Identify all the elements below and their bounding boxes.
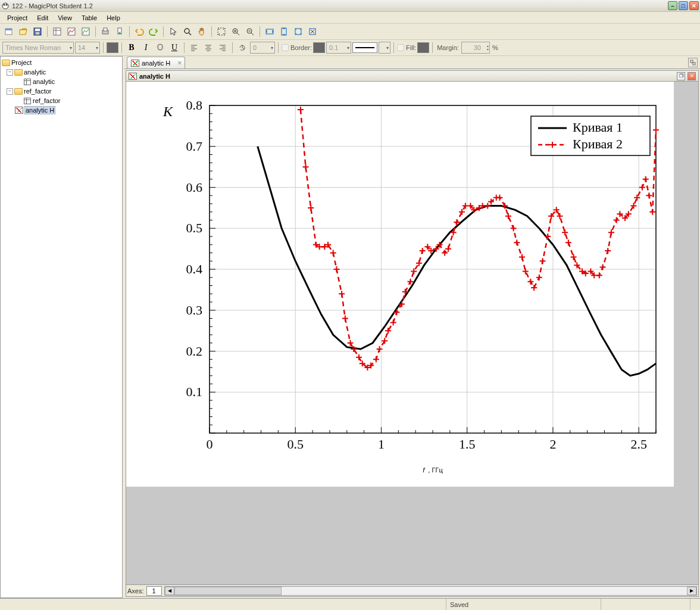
- outline-button[interactable]: O: [154, 41, 167, 54]
- print-button[interactable]: [99, 25, 112, 38]
- document-tabbar: analytic H ✕: [124, 56, 700, 69]
- tree-folder[interactable]: −ref_factor: [2, 86, 121, 96]
- border-checkbox[interactable]: Border:: [282, 44, 312, 51]
- new-plot-button[interactable]: [65, 25, 78, 38]
- line-style-drop[interactable]: [379, 42, 390, 54]
- chart: 00.511.522.50.10.20.30.40.50.60.70.8f , …: [126, 82, 674, 487]
- menu-edit[interactable]: Edit: [32, 13, 53, 23]
- new-fit-button[interactable]: [79, 25, 92, 38]
- redo-button[interactable]: [147, 25, 160, 38]
- menu-project[interactable]: Project: [2, 13, 32, 23]
- axes-spinner[interactable]: [146, 586, 162, 596]
- subwindow-title: analytic H: [139, 73, 674, 80]
- pointer-tool[interactable]: [167, 25, 180, 38]
- align-left-button[interactable]: [188, 41, 201, 54]
- scroll-right-arrow[interactable]: ▶: [687, 587, 696, 595]
- svg-rect-14: [104, 28, 107, 31]
- svg-text:0.2: 0.2: [186, 344, 203, 359]
- undo-button[interactable]: [133, 25, 146, 38]
- zoom-out-button[interactable]: [243, 25, 257, 38]
- svg-text:f , ГГц: f , ГГц: [423, 460, 443, 475]
- line-style-select[interactable]: [352, 42, 377, 53]
- svg-text:Кривая 2: Кривая 2: [573, 136, 623, 151]
- fill-color-button[interactable]: [417, 42, 429, 53]
- scale-reset-button[interactable]: [306, 25, 319, 38]
- horizontal-scrollbar[interactable]: ◀ ▶: [164, 586, 697, 596]
- margin-spinner[interactable]: 30: [461, 42, 490, 54]
- axes-label: Axes:: [127, 587, 144, 595]
- scroll-thumb[interactable]: [174, 587, 282, 595]
- close-button[interactable]: ✕: [689, 1, 699, 10]
- svg-point-1: [4, 4, 5, 5]
- svg-line-25: [251, 33, 254, 35]
- scroll-left-arrow[interactable]: ◀: [165, 587, 174, 595]
- plot-scroll-area[interactable]: 00.511.522.50.10.20.30.40.50.60.70.8f , …: [126, 82, 698, 584]
- window-titlebar: 122 - MagicPlot Student 1.2 – □ ✕: [0, 0, 700, 12]
- subwindow-close-button[interactable]: ✕: [688, 72, 696, 80]
- tree-root[interactable]: Project: [2, 58, 121, 67]
- tab-close-icon[interactable]: ✕: [177, 60, 182, 66]
- bold-button[interactable]: B: [125, 41, 138, 54]
- underline-button[interactable]: U: [168, 41, 181, 54]
- svg-rect-6: [35, 29, 40, 31]
- svg-line-17: [189, 33, 191, 35]
- tree-table[interactable]: ref_factor: [2, 96, 121, 105]
- font-size-select[interactable]: 14: [75, 42, 100, 54]
- svg-text:Кривая 1: Кривая 1: [573, 120, 623, 135]
- menu-help[interactable]: Help: [102, 13, 125, 23]
- pan-tool[interactable]: [195, 25, 208, 38]
- tree-plot[interactable]: analytic H: [2, 105, 121, 115]
- export-button[interactable]: [113, 25, 126, 38]
- maximize-button[interactable]: □: [679, 1, 688, 10]
- fill-checkbox[interactable]: Fill:: [397, 44, 416, 51]
- align-right-button[interactable]: [216, 41, 229, 54]
- svg-text:K: K: [162, 104, 174, 119]
- format-toolbar: Times New Roman 14 B I O U 0 Border: 0.1…: [0, 40, 700, 56]
- border-width-select[interactable]: 0.1: [326, 42, 351, 54]
- status-saved: Saved: [446, 599, 601, 610]
- new-project-button[interactable]: [2, 25, 15, 38]
- align-center-button[interactable]: [202, 41, 215, 54]
- subwindow-restore-button[interactable]: ❐: [677, 72, 685, 80]
- project-tree-panel: Project −analytic analytic −ref_factor r…: [0, 56, 123, 598]
- svg-text:0.1: 0.1: [186, 384, 203, 399]
- open-button[interactable]: [17, 25, 30, 38]
- tab-overflow-button[interactable]: [688, 58, 698, 67]
- zoom-tool[interactable]: [181, 25, 194, 38]
- tree-table[interactable]: analytic: [2, 77, 121, 86]
- window-title: 122 - MagicPlot Student 1.2: [12, 2, 668, 10]
- axes-bar: Axes: ◀ ▶: [126, 584, 698, 596]
- scale-both-button[interactable]: [292, 25, 305, 38]
- text-color-button[interactable]: [107, 42, 118, 53]
- scale-x-button[interactable]: [263, 25, 276, 38]
- svg-text:2: 2: [549, 437, 556, 452]
- svg-point-16: [185, 29, 189, 33]
- svg-text:0.3: 0.3: [186, 303, 203, 318]
- menu-table[interactable]: Table: [77, 13, 102, 23]
- svg-rect-45: [693, 63, 695, 65]
- italic-button[interactable]: I: [139, 41, 152, 54]
- rotate-select[interactable]: 0: [250, 42, 275, 54]
- svg-text:1.5: 1.5: [459, 437, 476, 452]
- margin-unit: %: [491, 44, 499, 51]
- svg-text:0.4: 0.4: [186, 262, 203, 276]
- menu-view[interactable]: View: [53, 13, 77, 23]
- tab-analytic-h[interactable]: analytic H ✕: [127, 57, 185, 69]
- font-family-select[interactable]: Times New Roman: [2, 42, 74, 54]
- plot-canvas[interactable]: 00.511.522.50.10.20.30.40.50.60.70.8f , …: [126, 82, 674, 487]
- fit-view-button[interactable]: [215, 25, 228, 38]
- main-toolbar: [0, 24, 700, 40]
- plot-subwindow: analytic H ❐ ✕ 00.511.522.50.10.20.30.40…: [126, 70, 699, 597]
- minimize-button[interactable]: –: [668, 1, 677, 10]
- project-tree[interactable]: Project −analytic analytic −ref_factor r…: [1, 57, 122, 597]
- rotate-button[interactable]: [236, 41, 249, 54]
- save-button[interactable]: [31, 25, 44, 38]
- svg-text:1: 1: [378, 437, 385, 452]
- scale-y-button[interactable]: [277, 25, 290, 38]
- tree-folder[interactable]: −analytic: [2, 67, 121, 77]
- menubar: Project Edit View Table Help: [0, 12, 700, 24]
- new-table-button[interactable]: [51, 25, 64, 38]
- tab-label: analytic H: [142, 60, 170, 67]
- zoom-in-button[interactable]: [229, 25, 242, 38]
- border-color-button[interactable]: [313, 42, 325, 53]
